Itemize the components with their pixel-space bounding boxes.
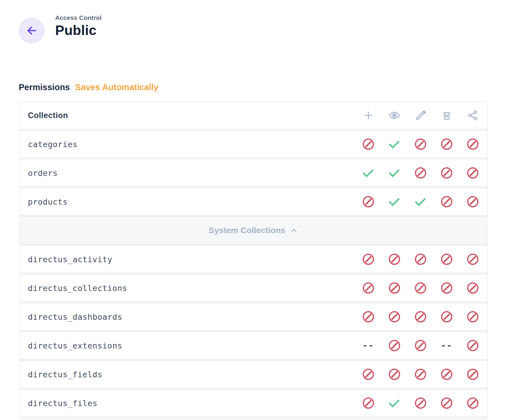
- permission-state-icon: [363, 254, 374, 265]
- permission-state-icon: [363, 282, 374, 294]
- permission-read[interactable]: [381, 390, 408, 416]
- permission-delete[interactable]: [434, 332, 460, 359]
- permission-state-icon: [441, 282, 452, 294]
- permission-update[interactable]: [408, 188, 434, 215]
- collection-name: directus_fields: [20, 370, 355, 379]
- collection-column-header: Collection: [20, 111, 355, 120]
- permission-update[interactable]: [408, 246, 434, 273]
- permission-update[interactable]: [408, 332, 434, 359]
- permission-share[interactable]: [460, 332, 486, 359]
- permission-state-icon: [415, 282, 426, 294]
- permission-share[interactable]: [460, 361, 486, 388]
- permission-delete[interactable]: [434, 246, 460, 273]
- permission-state-icon: [467, 254, 478, 265]
- permission-state-icon: [389, 340, 400, 351]
- permission-read[interactable]: [381, 188, 408, 215]
- permission-state-icon: [441, 341, 453, 350]
- permission-state-icon: [467, 311, 478, 322]
- permission-delete[interactable]: [434, 361, 460, 388]
- permission-create[interactable]: [355, 390, 381, 416]
- permission-state-icon: [389, 137, 400, 148]
- permission-create[interactable]: [355, 131, 381, 158]
- permission-read[interactable]: [381, 332, 408, 359]
- collection-name: directus_extensions: [20, 341, 355, 350]
- permission-state-icon: [467, 139, 478, 150]
- permission-create[interactable]: [355, 188, 381, 215]
- permission-share[interactable]: [460, 246, 486, 273]
- permission-state-icon: [415, 254, 426, 265]
- permission-state-icon: [467, 369, 478, 380]
- back-button[interactable]: [19, 18, 45, 44]
- permission-delete[interactable]: [434, 303, 460, 330]
- action-column-headers: [355, 102, 486, 129]
- permission-state-icon: [363, 397, 374, 409]
- autosave-note: Saves Automatically: [75, 82, 158, 92]
- permission-read[interactable]: [381, 275, 408, 301]
- permission-state-icon: [389, 195, 400, 206]
- update-column-header: [408, 102, 434, 129]
- permission-delete[interactable]: [434, 131, 460, 158]
- permission-read[interactable]: [381, 361, 408, 388]
- permission-state-icon: [441, 397, 452, 409]
- table-row: directus_collections: [20, 275, 487, 303]
- permission-state-icon: [467, 282, 478, 294]
- permission-read[interactable]: [381, 303, 408, 330]
- collection-name: categories: [20, 140, 355, 149]
- share-column-header: [460, 102, 486, 129]
- permissions-table: Collection: [20, 101, 488, 420]
- permission-state-icon: [467, 196, 478, 207]
- chevron-up-icon: [289, 226, 298, 235]
- permission-read[interactable]: [381, 246, 408, 273]
- permission-share[interactable]: [460, 131, 486, 158]
- permission-read[interactable]: [381, 160, 408, 186]
- table-row: categories: [20, 131, 487, 160]
- permission-create[interactable]: [355, 332, 381, 359]
- permission-delete[interactable]: [434, 188, 460, 215]
- permission-create[interactable]: [355, 361, 381, 388]
- permission-state-icon: [467, 397, 478, 409]
- permission-state-icon: [415, 397, 426, 409]
- permission-share[interactable]: [460, 390, 486, 416]
- delete-icon: [441, 109, 453, 121]
- permission-delete[interactable]: [434, 390, 460, 416]
- permission-delete[interactable]: [434, 275, 460, 301]
- table-row: directus_activity: [20, 246, 487, 275]
- permission-update[interactable]: [408, 303, 434, 330]
- create-column-header: [355, 102, 381, 129]
- page-title: Public: [55, 22, 102, 38]
- permission-create[interactable]: [355, 303, 381, 330]
- table-row: directus_files: [20, 390, 487, 419]
- permission-state-icon: [363, 196, 374, 207]
- permission-update[interactable]: [408, 390, 434, 416]
- permission-state-icon: [415, 167, 426, 179]
- collection-name: directus_activity: [20, 255, 355, 264]
- permission-share[interactable]: [460, 275, 486, 301]
- permission-state-icon: [467, 340, 478, 351]
- arrow-left-icon: [25, 24, 38, 37]
- permission-update[interactable]: [408, 160, 434, 186]
- table-row: directus_fields: [20, 361, 487, 390]
- collection-name: directus_collections: [20, 284, 355, 293]
- permission-state-icon: [389, 369, 400, 380]
- share-icon: [467, 109, 479, 121]
- permission-state-icon: [441, 139, 452, 150]
- permission-delete[interactable]: [434, 160, 460, 186]
- permission-create[interactable]: [355, 160, 381, 186]
- permission-state-icon: [389, 311, 400, 322]
- system-collections-toggle[interactable]: System Collections: [20, 217, 487, 246]
- permission-share[interactable]: [460, 160, 486, 186]
- permission-state-icon: [415, 369, 426, 380]
- permissions-section-heading: Permissions Saves Automatically: [19, 82, 158, 92]
- permission-create[interactable]: [355, 246, 381, 273]
- permission-read[interactable]: [381, 131, 408, 158]
- table-header-row: Collection: [20, 102, 487, 131]
- permission-update[interactable]: [408, 361, 434, 388]
- table-row: orders: [20, 160, 487, 188]
- permission-update[interactable]: [408, 131, 434, 158]
- edit-icon: [415, 109, 426, 121]
- permission-create[interactable]: [355, 275, 381, 301]
- permission-share[interactable]: [460, 188, 486, 215]
- permission-update[interactable]: [408, 275, 434, 301]
- permission-state-icon: [441, 167, 452, 179]
- permission-share[interactable]: [460, 303, 486, 330]
